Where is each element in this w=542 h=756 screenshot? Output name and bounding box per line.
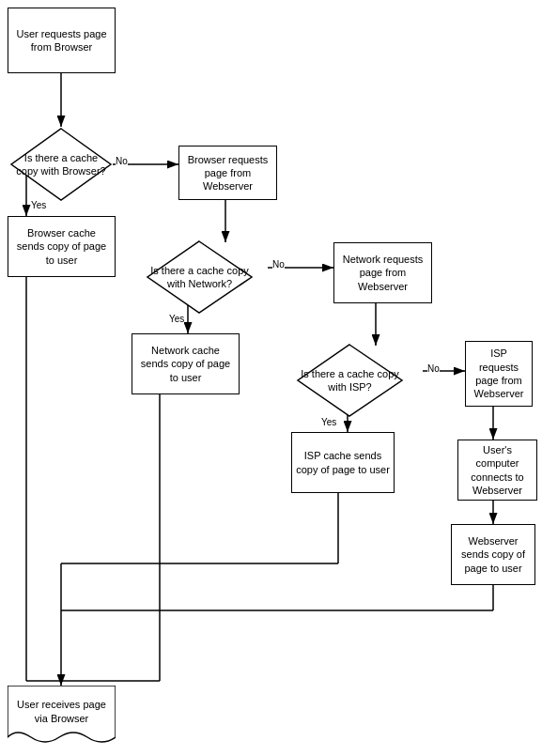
start-box: User requests page from Browser (8, 8, 116, 73)
diamond2: Is there a cache copy with Network? (146, 239, 254, 315)
browser-cache-label: Browser cache sends copy of page to user (12, 226, 111, 267)
diamond1-label: Is there a cache copy with Browser? (9, 147, 113, 182)
no-label-1: No (116, 156, 128, 166)
yes-label-3: Yes (321, 417, 336, 427)
network-req-box: Network requests page from Webserver (333, 242, 432, 303)
isp-req-box: ISP requests page from Webserver (465, 341, 533, 407)
webserver-box: Webserver sends copy of page to user (451, 524, 535, 585)
diamond3-label: Is there a cache copy with ISP? (296, 363, 404, 398)
isp-req-label: ISP requests page from Webserver (470, 347, 528, 400)
yes-label-1: Yes (31, 200, 46, 210)
browser-req-box: Browser requests page from Webserver (178, 146, 277, 200)
diamond3: Is there a cache copy with ISP? (296, 343, 404, 418)
end-box: User receives page via Browser (8, 686, 116, 747)
network-req-label: Network requests page from Webserver (338, 253, 427, 293)
computer-label: User's computer connects to Webserver (462, 443, 533, 497)
diamond2-label: Is there a cache copy with Network? (146, 260, 254, 295)
yes-label-2: Yes (169, 314, 184, 324)
isp-cache-box: ISP cache sends copy of page to user (291, 432, 395, 493)
browser-req-label: Browser requests page from Webserver (183, 153, 272, 193)
end-label: User receives page via Browser (8, 686, 116, 737)
network-cache-label: Network cache sends copy of page to user (136, 344, 235, 384)
diamond1: Is there a cache copy with Browser? (9, 127, 113, 202)
isp-cache-label: ISP cache sends copy of page to user (296, 449, 390, 476)
computer-box: User's computer connects to Webserver (457, 440, 537, 501)
start-label: User requests page from Browser (12, 27, 111, 54)
browser-cache-box: Browser cache sends copy of page to user (8, 216, 116, 277)
no-label-2: No (272, 259, 285, 270)
webserver-label: Webserver sends copy of page to user (456, 534, 531, 575)
network-cache-box: Network cache sends copy of page to user (132, 333, 240, 394)
no-label-3: No (427, 363, 440, 374)
